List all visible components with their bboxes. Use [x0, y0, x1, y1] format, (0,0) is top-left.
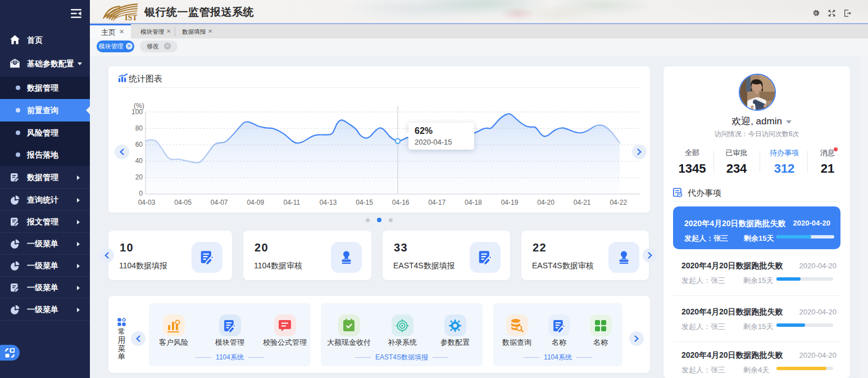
svg-text:04-22: 04-22: [610, 199, 627, 206]
svg-text:04-18: 04-18: [465, 199, 482, 206]
svg-text:40: 40: [135, 157, 143, 165]
svg-text:04-21: 04-21: [574, 199, 591, 206]
svg-text:04-09: 04-09: [247, 199, 264, 206]
svg-text:04-03: 04-03: [138, 199, 156, 206]
svg-text:20: 20: [135, 173, 143, 181]
svg-text:04-17: 04-17: [428, 199, 446, 206]
svg-text:04-19: 04-19: [501, 199, 519, 206]
svg-text:100: 100: [131, 108, 143, 116]
svg-text:04-15: 04-15: [356, 199, 373, 206]
svg-text:04-05: 04-05: [174, 199, 192, 206]
svg-text:04-11: 04-11: [283, 199, 300, 206]
svg-text:04-07: 04-07: [211, 199, 228, 206]
svg-text:04-20: 04-20: [537, 199, 555, 206]
svg-text:IST: IST: [125, 14, 138, 22]
svg-text:60: 60: [135, 141, 143, 148]
svg-text:0: 0: [139, 190, 143, 197]
svg-text:04-16: 04-16: [392, 199, 410, 206]
svg-text:04-13: 04-13: [320, 199, 337, 206]
svg-text:80: 80: [135, 124, 143, 132]
